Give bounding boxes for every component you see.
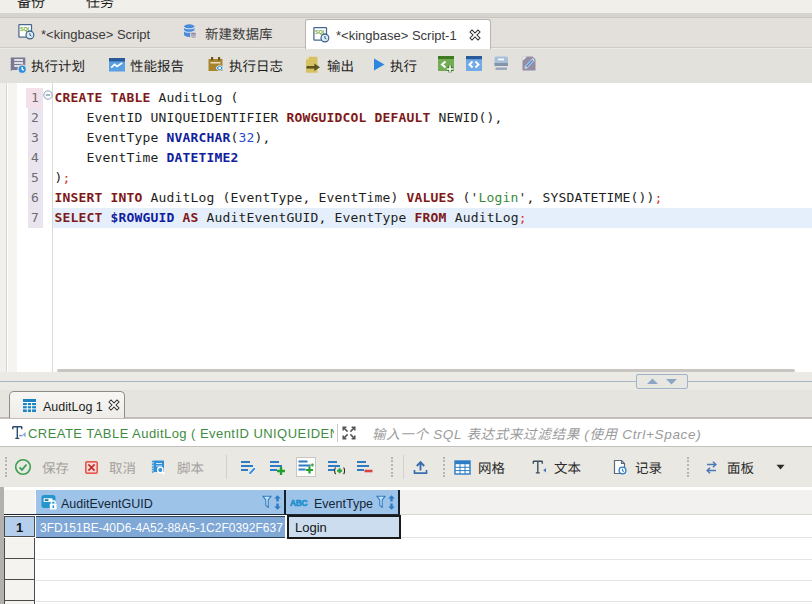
grid-header-rest bbox=[400, 490, 812, 515]
database-icon bbox=[182, 26, 199, 40]
tab-script[interactable]: SQL *<kingbase> Script bbox=[18, 18, 150, 48]
sql-script-icon: SQL bbox=[18, 26, 35, 40]
code-line: EventType NVARCHAR(32), bbox=[55, 128, 811, 148]
grid-view-button[interactable]: 网格 bbox=[454, 447, 505, 487]
execution-log-button[interactable]: 执行日志 bbox=[207, 49, 283, 80]
results-toolbar: 保存 取消 脚本 网格 文本 记录 面板 bbox=[0, 447, 812, 487]
code-line: ); bbox=[55, 168, 811, 188]
menu-backup[interactable]: 备份 bbox=[17, 0, 45, 11]
edit-script-button[interactable] bbox=[520, 49, 538, 80]
explain-plan-button[interactable]: 执行计划 bbox=[9, 49, 85, 80]
close-icon[interactable] bbox=[108, 399, 120, 411]
line-number: 5 bbox=[26, 168, 41, 188]
filter-bar[interactable]: CREATE TABLE AuditLog ( EventID UNIQUEID… bbox=[0, 418, 812, 447]
tab-script-1-active[interactable]: SQL *<kingbase> Script-1 bbox=[305, 19, 491, 49]
button-label: 取消 bbox=[109, 457, 136, 477]
button-label: 执行计划 bbox=[31, 55, 85, 75]
sort-icon[interactable] bbox=[387, 495, 396, 510]
cell-auditeventguid[interactable]: 3FD151BE-40D6-4A52-88A5-1C2F0392F637 bbox=[36, 516, 285, 538]
record-icon bbox=[611, 459, 628, 476]
toolbar-separator bbox=[403, 455, 404, 479]
filter-text-icon bbox=[11, 425, 26, 441]
save-button[interactable]: 保存 bbox=[14, 447, 69, 487]
row-header-empty[interactable] bbox=[4, 559, 35, 580]
edit-row-button[interactable] bbox=[240, 447, 257, 487]
close-icon[interactable] bbox=[469, 29, 481, 41]
execute-button[interactable]: 执行 bbox=[372, 49, 417, 80]
toolbar-grip bbox=[5, 457, 7, 477]
row-header-1[interactable]: 1 bbox=[4, 516, 35, 537]
query-log-button[interactable] bbox=[493, 49, 511, 80]
column-header-auditeventguid[interactable]: AuditEventGUID bbox=[36, 490, 286, 514]
chevron-down-icon[interactable] bbox=[776, 464, 785, 470]
sql-editor[interactable]: 1234567 CREATE TABLE AuditLog ( EventID … bbox=[0, 83, 812, 372]
line-number: 1 bbox=[26, 88, 41, 108]
script-preview-icon bbox=[150, 459, 167, 476]
add-row-button[interactable] bbox=[269, 447, 286, 487]
filter-placeholder: 输入一个 SQL 表达式来过滤结果 (使用 Ctrl+Space) bbox=[372, 423, 701, 443]
column-header-eventtype[interactable]: ABC EventType bbox=[286, 490, 400, 514]
panel-button[interactable]: 面板 bbox=[703, 447, 785, 487]
cancel-button[interactable]: 取消 bbox=[84, 447, 136, 487]
add-related-row-button[interactable] bbox=[327, 447, 345, 487]
button-label: 保存 bbox=[42, 457, 69, 477]
line-number: 7 bbox=[26, 208, 41, 228]
button-label: 面板 bbox=[727, 457, 754, 477]
tab-new-database[interactable]: 新建数据库 bbox=[182, 18, 273, 48]
sort-icon[interactable] bbox=[273, 495, 282, 510]
sql-editor-toolbar: 执行计划 性能报告 执行日志 输出 执行 bbox=[0, 49, 812, 83]
tab-label: *<kingbase> Script bbox=[41, 24, 150, 43]
line-number: 4 bbox=[26, 148, 41, 168]
performance-report-icon bbox=[108, 56, 126, 74]
button-label: 脚本 bbox=[177, 457, 204, 477]
grid-row-headers: 1 bbox=[4, 516, 36, 604]
sql-script-icon: SQL bbox=[313, 26, 330, 43]
text-view-button[interactable]: 文本 bbox=[531, 447, 581, 487]
duplicate-row-button[interactable] bbox=[296, 447, 316, 487]
fold-collapse-icon[interactable] bbox=[43, 90, 53, 100]
output-button[interactable]: 输出 bbox=[303, 49, 354, 80]
column-name: AuditEventGUID bbox=[61, 493, 153, 512]
performance-report-button[interactable]: 性能报告 bbox=[108, 49, 184, 80]
button-label: 性能报告 bbox=[130, 55, 184, 75]
collapse-down-icon[interactable] bbox=[665, 378, 678, 385]
expand-icon[interactable] bbox=[341, 425, 357, 441]
new-sql-console-button[interactable] bbox=[437, 49, 456, 80]
open-sql-console-button[interactable] bbox=[465, 49, 484, 80]
column-readonly-icon bbox=[40, 493, 58, 511]
result-grid[interactable]: AuditEventGUID ABC EventType 1 3FD151BE-… bbox=[0, 487, 812, 604]
code-line: INSERT INTO AuditLog (EventType, EventTi… bbox=[55, 188, 811, 208]
filter-funnel-icon[interactable] bbox=[262, 495, 272, 509]
sql-code[interactable]: CREATE TABLE AuditLog ( EventID UNIQUEID… bbox=[55, 88, 811, 228]
execution-log-icon bbox=[207, 56, 225, 74]
annotation-ruler bbox=[8, 83, 17, 372]
row-header-empty[interactable] bbox=[4, 580, 35, 601]
filter-separator bbox=[337, 424, 338, 442]
collapse-up-icon[interactable] bbox=[646, 378, 659, 385]
record-button[interactable]: 记录 bbox=[611, 447, 662, 487]
row-line bbox=[36, 560, 812, 581]
toolbar-grip bbox=[443, 457, 445, 477]
splitter[interactable] bbox=[0, 372, 812, 390]
tab-auditlog-1[interactable]: AuditLog 1 bbox=[9, 391, 125, 418]
delete-row-button[interactable] bbox=[356, 447, 373, 487]
cell-eventtype[interactable]: Login bbox=[287, 515, 401, 539]
tab-label: 新建数据库 bbox=[205, 23, 273, 43]
grid-view-icon bbox=[454, 459, 471, 476]
menu-task[interactable]: 任务 bbox=[86, 0, 114, 11]
button-label: 输出 bbox=[327, 55, 354, 75]
fetch-button[interactable] bbox=[412, 447, 429, 487]
editor-left-rail bbox=[0, 83, 7, 372]
panel-icon bbox=[703, 459, 720, 476]
splitter-collapse-widget[interactable] bbox=[636, 374, 688, 389]
code-line: CREATE TABLE AuditLog ( bbox=[55, 88, 811, 108]
line-number: 2 bbox=[26, 108, 41, 128]
code-line: SELECT $ROWGUID AS AuditEventGUID, Event… bbox=[55, 208, 811, 228]
toolbar-grip bbox=[687, 457, 689, 477]
grid-corner-cell[interactable] bbox=[4, 490, 35, 514]
button-label: 网格 bbox=[478, 457, 505, 477]
run-icon bbox=[372, 57, 386, 72]
filter-funnel-icon[interactable] bbox=[376, 495, 386, 509]
row-header-empty[interactable] bbox=[4, 538, 35, 559]
script-button[interactable]: 脚本 bbox=[150, 447, 204, 487]
